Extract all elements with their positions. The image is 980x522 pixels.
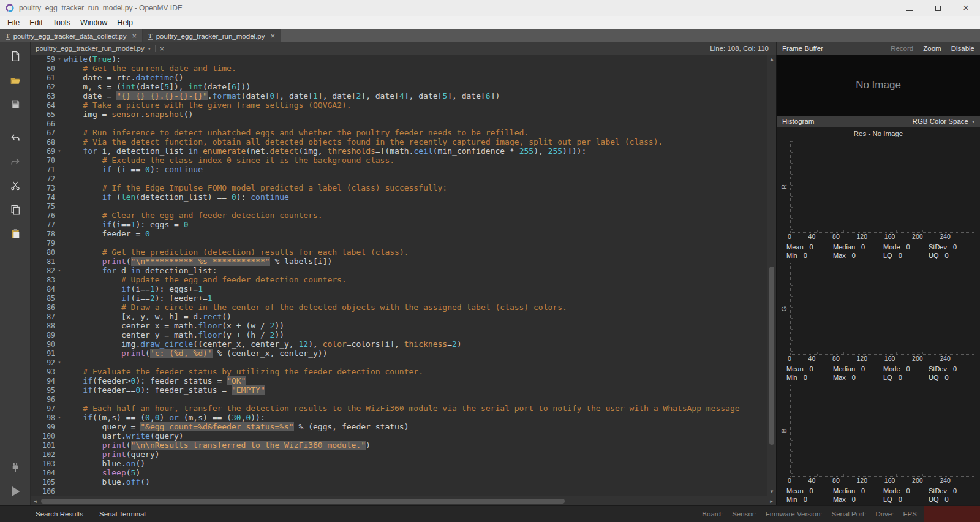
code-line[interactable]: uart.write(query) [64, 431, 767, 441]
gutter-line[interactable]: 90 [31, 339, 64, 349]
gutter-line[interactable]: 75 [31, 202, 64, 211]
disable-button[interactable]: Disable [951, 45, 974, 52]
code-line[interactable]: # Run inference to detect unhatched eggs… [64, 128, 767, 137]
gutter-line[interactable]: 63 [31, 91, 64, 100]
new-file-button[interactable] [6, 47, 24, 66]
gutter-line[interactable]: 60 [31, 64, 64, 73]
gutter-line[interactable]: 94 [31, 376, 64, 385]
gutter-line[interactable]: 73 [31, 183, 64, 192]
scrollbar-thumb[interactable] [41, 499, 565, 504]
gutter-line[interactable]: 92▾ [31, 358, 64, 367]
code-line[interactable]: # Draw a circle in the center of the det… [64, 303, 767, 312]
code-line[interactable]: img.draw_circle((center_x, center_y, 12)… [64, 339, 767, 349]
line-number[interactable]: 86 [47, 303, 55, 312]
code-line[interactable]: # Take a picture with the given frame se… [64, 100, 767, 110]
code-line[interactable] [64, 174, 767, 183]
line-number[interactable]: 91 [47, 349, 55, 358]
code-line[interactable]: print("\n\nResults transferred to the Wi… [64, 441, 767, 450]
line-number[interactable]: 68 [47, 138, 55, 146]
gutter-line[interactable]: 85 [31, 293, 64, 303]
gutter-line[interactable]: 77 [31, 220, 64, 229]
open-file-button[interactable] [6, 71, 24, 89]
line-number[interactable]: 88 [47, 322, 55, 330]
line-number[interactable]: 72 [47, 175, 55, 183]
scroll-left-icon[interactable]: ◂ [31, 498, 40, 504]
code-line[interactable]: blue.on() [64, 459, 767, 468]
line-number[interactable]: 100 [42, 432, 55, 441]
gutter-line[interactable]: 78 [31, 229, 64, 238]
code-line[interactable]: # Each half an hour, transfer the detect… [64, 404, 767, 413]
gutter-line[interactable]: 98▾ [31, 413, 64, 422]
line-number[interactable]: 105 [42, 478, 55, 486]
gutter-line[interactable]: 89 [31, 330, 64, 339]
tab-poultry_egg_tracker_data_collect-py[interactable]: Tpoultry_egg_tracker_data_collect.py× [0, 29, 143, 42]
panel-toggle-search-results[interactable]: Search Results [36, 510, 83, 518]
gutter-line[interactable]: 79 [31, 238, 64, 248]
scrollbar-track[interactable] [767, 63, 776, 487]
line-number[interactable]: 89 [47, 331, 55, 339]
code-line[interactable]: [x, y, w, h] = d.rect() [64, 312, 767, 321]
code-line[interactable]: img = sensor.snapshot() [64, 110, 767, 119]
gutter-line[interactable]: 68 [31, 137, 64, 146]
code-line[interactable]: # Get the prediction (detection) results… [64, 248, 767, 257]
menu-file[interactable]: File [2, 18, 24, 27]
line-number[interactable]: 93 [47, 368, 55, 376]
record-button[interactable]: Record [891, 45, 913, 52]
line-number[interactable]: 103 [42, 460, 55, 468]
line-number[interactable]: 78 [47, 230, 55, 238]
code-line[interactable]: if (len(detection_list) == 0): continue [64, 192, 767, 202]
line-number[interactable]: 70 [47, 156, 55, 165]
code-line[interactable] [64, 202, 767, 211]
minimize-button[interactable] [895, 0, 924, 16]
scrollbar-track[interactable] [40, 496, 767, 505]
gutter-line[interactable]: 72 [31, 174, 64, 183]
gutter-line[interactable]: 67 [31, 128, 64, 137]
code-line[interactable]: for i, detection_list in enumerate(net.d… [64, 146, 767, 156]
gutter-line[interactable]: 84 [31, 284, 64, 293]
code-line[interactable] [64, 119, 767, 128]
code-line[interactable]: m, s = (int(date[5]), int(date[6])) [64, 82, 767, 91]
connect-button[interactable] [6, 458, 24, 477]
code-line[interactable]: # Update the egg and feeder detection co… [64, 275, 767, 284]
code-line[interactable]: # If the Edge Impulse FOMO model predict… [64, 183, 767, 192]
code-line[interactable]: for d in detection_list: [64, 266, 767, 275]
code-line[interactable]: sleep(5) [64, 468, 767, 477]
code-line[interactable]: if(feeder>0): feeder_status = "OK" [64, 376, 767, 385]
code-line[interactable] [64, 395, 767, 404]
redo-button[interactable] [6, 153, 24, 171]
line-number[interactable]: 104 [42, 469, 55, 477]
code-line[interactable]: if(i==2): feeder+=1 [64, 293, 767, 303]
code-line[interactable]: if (i == 0): continue [64, 165, 767, 174]
cut-button[interactable] [6, 176, 24, 195]
code-line[interactable]: center_x = math.floor(x + (w / 2)) [64, 321, 767, 330]
gutter-line[interactable]: 70 [31, 156, 64, 165]
gutter-line[interactable]: 103 [31, 459, 64, 468]
gutter-line[interactable]: 74 [31, 192, 64, 202]
code-line[interactable]: print(query) [64, 450, 767, 459]
code-line[interactable]: # Get the current date and time. [64, 64, 767, 73]
line-number[interactable]: 101 [42, 441, 55, 450]
code-line[interactable]: date = rtc.datetime() [64, 73, 767, 82]
gutter-line[interactable]: 83 [31, 275, 64, 284]
panel-toggle-serial-terminal[interactable]: Serial Terminal [99, 510, 146, 518]
code-line[interactable]: # Clear the egg and feeder detection cou… [64, 211, 767, 220]
run-button[interactable] [6, 482, 24, 501]
gutter-line[interactable]: 97 [31, 404, 64, 413]
gutter-line[interactable]: 66 [31, 119, 64, 128]
gutter-line[interactable]: 61 [31, 73, 64, 82]
code-area[interactable]: while(True): # Get the current date and … [64, 55, 767, 496]
line-number[interactable]: 63 [47, 92, 55, 100]
line-number[interactable]: 66 [47, 119, 55, 128]
gutter-line[interactable]: 104 [31, 468, 64, 477]
tab-close-icon[interactable]: × [132, 32, 137, 40]
zoom-button[interactable]: Zoom [923, 45, 941, 52]
line-number[interactable]: 106 [42, 487, 55, 496]
menu-window[interactable]: Window [75, 18, 112, 27]
line-number[interactable]: 60 [47, 64, 55, 73]
gutter-line[interactable]: 86 [31, 303, 64, 312]
maximize-button[interactable] [924, 0, 952, 16]
gutter-line[interactable]: 102 [31, 450, 64, 459]
document-selector[interactable]: poultry_egg_tracker_run_model.py ▾ [36, 45, 151, 52]
color-space-select[interactable]: RGB Color Space ▾ [913, 118, 974, 125]
code-line[interactable]: print('c: (%d, %d)' % (center_x, center_… [64, 349, 767, 358]
